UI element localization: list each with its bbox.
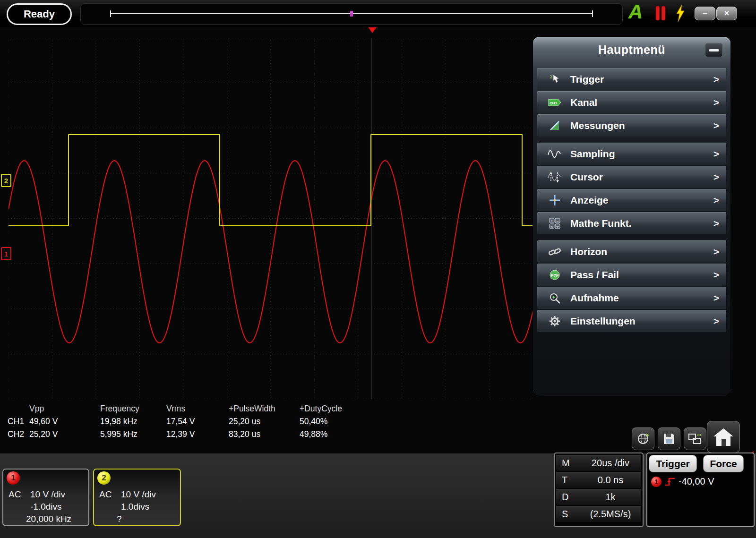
meas-value: 5,995 kHz: [100, 429, 166, 439]
timebase-value: (2.5MS/s): [582, 509, 641, 520]
rising-edge-icon: [664, 477, 676, 487]
chevron-right-icon: >: [713, 171, 719, 183]
cursor-wave-icon: [544, 171, 566, 183]
link-icon: [544, 246, 566, 257]
oscilloscope-app: Ready A – × 2 1 Hauptme: [0, 0, 756, 538]
menu-collapse-button[interactable]: [705, 43, 723, 57]
channel-1-position-flag[interactable]: 1: [1, 247, 11, 260]
meas-row-label: CH1: [8, 417, 29, 427]
globe-button[interactable]: [632, 427, 654, 450]
trigger-position-marker[interactable]: [368, 27, 377, 33]
horizontal-position-slider[interactable]: [80, 3, 623, 25]
timebase-key: M: [556, 458, 582, 469]
chevron-right-icon: >: [713, 269, 719, 281]
chevron-right-icon: >: [713, 292, 719, 304]
meas-header: +PulseWidth: [229, 404, 300, 414]
slider-position-marker[interactable]: [350, 11, 353, 17]
meas-value: 12,39 V: [166, 429, 229, 439]
copy-screen-button[interactable]: [684, 427, 706, 450]
home-button[interactable]: [707, 421, 740, 453]
trigger-button[interactable]: Trigger: [649, 455, 697, 472]
force-button[interactable]: Force: [703, 455, 744, 472]
chevron-right-icon: >: [713, 74, 719, 85]
chevron-right-icon: >: [713, 120, 719, 131]
menu-item-aufnahme[interactable]: Aufnahme >: [537, 287, 726, 309]
save-button[interactable]: [658, 427, 680, 450]
menu-item-label: Trigger: [570, 74, 604, 85]
menu-item-messungen[interactable]: Messungen >: [537, 114, 726, 137]
close-button[interactable]: ×: [716, 7, 737, 20]
meas-value: 19,98 kHz: [100, 417, 166, 427]
timebase-value: 1k: [582, 492, 641, 503]
svg-text:CH1: CH1: [550, 101, 558, 105]
sampling-wave-icon: [544, 148, 566, 160]
meas-header: Frequency: [100, 404, 166, 414]
record-magnifier-icon: [544, 292, 566, 304]
menu-item-einstellungen[interactable]: Einstellungen >: [537, 310, 726, 332]
minus-icon: [709, 49, 719, 51]
timebase-row-s: S (2.5MS/s): [556, 506, 641, 522]
trigger-source-badge: 1: [651, 477, 662, 487]
measure-triangle-icon: [544, 120, 566, 132]
copy-screen-icon: [688, 432, 702, 445]
menu-item-label: Messungen: [570, 120, 625, 131]
timebase-value: 20us /div: [582, 458, 641, 469]
scope-graticule: [9, 38, 533, 399]
waveform-display: [9, 38, 533, 399]
slider-left-tick: [110, 10, 111, 17]
channel-2-frequency: ?: [117, 514, 122, 524]
coupling-label: AC: [9, 489, 30, 500]
meas-header: Vpp: [29, 404, 100, 414]
channel-2-badge: 2: [97, 471, 111, 485]
menu-item-anzeige[interactable]: Anzeige >: [537, 189, 726, 211]
channel-2-box[interactable]: 2 AC10 V /div 1.0divs ?: [93, 469, 181, 526]
main-menu-panel: Hauptmenü Trigger >: [533, 37, 730, 396]
svg-text:÷: ÷: [557, 224, 559, 229]
scale-label: 10 V /div: [121, 489, 156, 499]
timebase-panel: M 20us /div T 0.0 ns D 1k S (2.5MS/s): [554, 453, 644, 527]
timebase-key: T: [556, 475, 582, 486]
chevron-right-icon: >: [713, 218, 719, 229]
meas-value: 83,20 us: [229, 429, 300, 439]
slider-right-tick: [592, 10, 593, 17]
minimize-button[interactable]: –: [695, 7, 715, 20]
menu-item-pass-fail[interactable]: P?F Pass / Fail >: [537, 264, 726, 286]
menu-item-horizon[interactable]: Horizon >: [537, 240, 726, 263]
timebase-value: 0.0 ns: [582, 475, 641, 486]
timebase-row-m: M 20us /div: [556, 455, 641, 471]
chevron-right-icon: >: [713, 316, 719, 327]
globe-icon: [636, 432, 650, 446]
channel-2-offset: 1.0divs: [121, 502, 149, 512]
home-icon: [713, 427, 734, 447]
channel-1-frequency: 20,000 kHz: [26, 514, 71, 524]
meas-value: 17,54 V: [166, 417, 229, 427]
menu-item-trigger[interactable]: Trigger >: [537, 68, 726, 90]
acquisition-status-button[interactable]: Ready: [7, 3, 72, 25]
floppy-save-icon: [662, 432, 676, 445]
trigger-level-value: -40,00 V: [679, 476, 714, 487]
chevron-right-icon: >: [713, 246, 719, 257]
pause-icon[interactable]: [654, 5, 667, 23]
timebase-row-d: D 1k: [556, 489, 641, 505]
chevron-right-icon: >: [713, 97, 719, 108]
menu-item-sampling[interactable]: Sampling >: [537, 143, 726, 165]
lightning-icon[interactable]: [675, 4, 686, 24]
menu-item-cursor[interactable]: Cursor >: [537, 166, 726, 188]
channel-1-box[interactable]: 1 AC10 V /div -1.0divs 20,000 kHz: [2, 469, 89, 526]
coupling-label: AC: [99, 489, 121, 500]
chevron-right-icon: >: [713, 195, 719, 206]
menu-item-label: Anzeige: [570, 195, 609, 206]
meas-value: 25,20 V: [29, 429, 100, 439]
menu-item-label: Einstellungen: [570, 316, 636, 327]
channel-2-position-flag[interactable]: 2: [1, 174, 11, 187]
channel-tag-icon: CH1: [544, 97, 566, 108]
menu-item-kanal[interactable]: CH1 Kanal >: [537, 91, 726, 113]
menu-item-mathe-funkt[interactable]: + − × ÷ Mathe Funkt. >: [537, 212, 726, 234]
menu-group-3: Horizon > P?F Pass / Fail >: [537, 240, 726, 332]
menu-group-1: Trigger > CH1 Kanal >: [537, 68, 726, 137]
meas-header: Vrms: [166, 404, 229, 414]
svg-text:P?F: P?F: [551, 273, 559, 277]
menu-group-2: Sampling > Cursor >: [537, 143, 726, 234]
svg-text:+: +: [550, 218, 553, 223]
menu-item-label: Pass / Fail: [570, 269, 619, 281]
